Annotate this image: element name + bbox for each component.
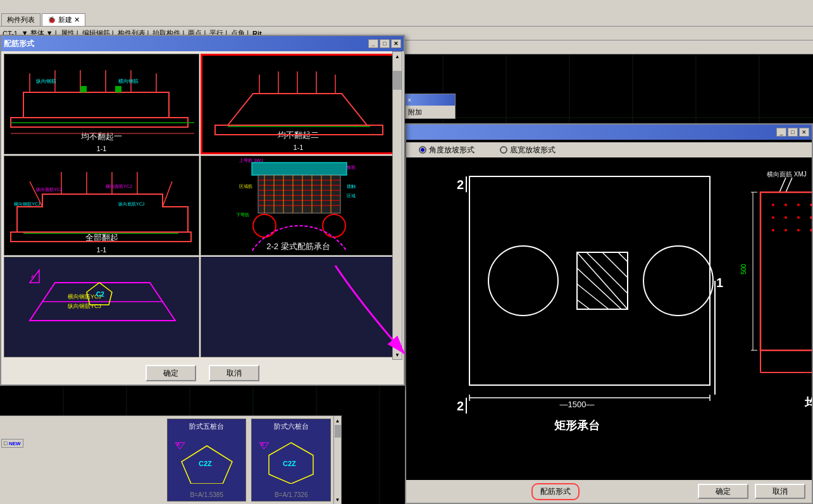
svg-text:矩形承台: 矩形承台 <box>554 419 600 432</box>
main-maximize-button[interactable]: □ <box>788 128 798 137</box>
svg-text:区域: 区域 <box>347 194 356 198</box>
cell2-drawing <box>202 56 392 151</box>
radio-width[interactable]: 底宽放坡形式 <box>500 145 555 156</box>
svg-line-91 <box>577 284 609 309</box>
main-dialog-titlebar: _ □ ✕ <box>406 125 812 140</box>
pile-scroll-up[interactable]: ▲ <box>334 416 341 425</box>
svg-point-116 <box>810 204 812 206</box>
peigjin-dialog: 配筋形式 _ □ ✕ <box>0 35 405 386</box>
svg-point-68 <box>323 214 345 237</box>
svg-text:横向钢筋YCJ: 横向钢筋YCJ <box>14 202 40 207</box>
main-ok-button[interactable]: 确定 <box>698 484 748 499</box>
tab-new[interactable]: 🐞 新建 ✕ <box>42 13 85 26</box>
peigjin-scrollbar[interactable]: ▲ ▼ <box>392 51 402 360</box>
svg-marker-29 <box>228 94 367 125</box>
svg-rect-25 <box>115 86 121 92</box>
scroll-up-button[interactable]: ▲ <box>393 52 402 61</box>
svg-rect-24 <box>80 86 87 92</box>
svg-text:2: 2 <box>457 178 464 192</box>
svg-rect-15 <box>23 92 169 118</box>
scroll-down-button[interactable]: ▼ <box>393 350 402 359</box>
svg-text:A: A <box>261 441 264 447</box>
peijin-form-button[interactable]: 配筋形式 <box>531 483 580 500</box>
scroll-thumb[interactable] <box>393 71 402 90</box>
svg-point-124 <box>810 216 812 219</box>
pile-scrollbar[interactable]: ▲ ▼ <box>333 416 341 504</box>
svg-point-123 <box>797 216 800 219</box>
pile-card-5-drawing: A C2Z <box>172 439 242 484</box>
svg-text:板筋: 板筋 <box>346 165 356 169</box>
cell-5[interactable]: 横向钢筋YCJ 纵向钢筋YCJ C2 A <box>4 257 199 357</box>
cad-main-content: 2 1 <box>406 157 812 455</box>
minimize-button[interactable]: _ <box>368 39 378 48</box>
svg-rect-51 <box>252 163 347 175</box>
radio-angle-circle[interactable] <box>419 146 426 154</box>
tab-bar: 构件列表 🐞 新建 ✕ <box>0 13 813 27</box>
cell-grid: 纵向钢筋 横向钢筋 均不翻起一 1-1 <box>4 54 396 357</box>
svg-text:横向面筋 XMJ: 横向面筋 XMJ <box>767 171 807 178</box>
svg-text:500: 500 <box>740 264 747 274</box>
svg-point-131 <box>797 229 800 231</box>
svg-line-92 <box>577 300 590 309</box>
pile-card-6-formula: B=A/1.7326 <box>275 491 308 498</box>
main-cancel-button[interactable]: 取消 <box>755 484 805 499</box>
cell3-drawing: 横向钢筋YCJ 纵向底筋YCJ 纵向面筋YCJ 横向面筋YCJ <box>4 156 194 251</box>
main-minimize-button[interactable]: _ <box>776 128 786 137</box>
svg-point-114 <box>785 204 787 206</box>
cell1-drawing: 纵向钢筋 横向钢筋 <box>4 54 194 149</box>
radio-angle-label: 角度放坡形式 <box>429 145 475 156</box>
radio-width-circle[interactable] <box>500 146 507 154</box>
pile-spacer <box>0 416 164 504</box>
fujia-titlebar: × <box>406 94 455 106</box>
peigjin-cancel-button[interactable]: 取消 <box>209 365 259 381</box>
main-close-button[interactable]: ✕ <box>799 128 809 137</box>
pile-card-5-formula: B=A/1.5385 <box>190 491 223 498</box>
cell-quanbu-fanqi[interactable]: 横向钢筋YCJ 纵向底筋YCJ 纵向面筋YCJ 横向面筋YCJ 全部翻起 1-1 <box>4 156 199 256</box>
svg-point-96 <box>643 246 713 316</box>
fujia-close[interactable]: × <box>407 96 411 104</box>
svg-point-122 <box>785 216 787 219</box>
bottom-panel: 阶式五桩台 A C2Z B=A/1.5385 阶式六桩台 A <box>0 415 342 504</box>
peigjin-titlebar: 配筋形式 _ □ ✕ <box>1 36 404 51</box>
fujia-body: 附加 <box>406 106 455 118</box>
svg-text:纵向底筋YCJ: 纵向底筋YCJ <box>118 202 144 206</box>
svg-point-69 <box>242 226 356 251</box>
svg-text:纵向面筋YCJ: 纵向面筋YCJ <box>36 187 62 192</box>
peigjin-title: 配筋形式 <box>4 39 367 49</box>
cell5-drawing: 横向钢筋YCJ 纵向钢筋YCJ C2 A <box>4 257 194 352</box>
cell-junbu-fanqi-2[interactable]: 均不翻起二 1-1 <box>201 54 396 154</box>
svg-text:纵向钢筋YCJ: 纵向钢筋YCJ <box>68 303 101 309</box>
svg-text:均不翻起二: 均不翻起二 <box>804 396 812 410</box>
peigjin-ok-button[interactable]: 确定 <box>146 365 196 381</box>
cell-liangshi[interactable]: 上弯筋 SWJ 板筋 接触 区域 区域筋 下弯筋 2-2 梁式配筋承台 <box>201 156 396 256</box>
svg-text:C2Z: C2Z <box>199 460 212 467</box>
svg-text:下弯筋: 下弯筋 <box>236 212 249 217</box>
pile-scroll-thumb[interactable] <box>335 425 341 438</box>
svg-text:C2: C2 <box>96 291 104 298</box>
svg-text:横向钢筋: 横向钢筋 <box>118 78 139 84</box>
radio-bar: 角度放坡形式 底宽放坡形式 <box>406 142 812 157</box>
svg-line-108 <box>779 178 786 192</box>
svg-line-109 <box>786 178 792 192</box>
cell-junbu-fanqi-1[interactable]: 纵向钢筋 横向钢筋 均不翻起一 1-1 <box>4 54 199 154</box>
pile-card-5-label: 阶式五桩台 <box>189 422 224 431</box>
radio-angle[interactable]: 角度放坡形式 <box>419 145 475 156</box>
pile-scroll-down[interactable]: ▼ <box>334 495 341 504</box>
svg-text:接触: 接触 <box>347 184 356 188</box>
fujia-label: 附加 <box>408 108 422 117</box>
pile-card-5[interactable]: 阶式五桩台 A C2Z B=A/1.5385 <box>167 419 247 501</box>
svg-text:A: A <box>31 274 35 280</box>
close-button[interactable]: ✕ <box>391 39 401 48</box>
peigjin-buttons: 确定 取消 <box>1 361 404 384</box>
svg-rect-52 <box>258 175 340 213</box>
svg-text:1: 1 <box>716 276 723 290</box>
svg-line-95 <box>618 252 628 262</box>
tab-component-list[interactable]: 构件列表 <box>1 13 40 26</box>
pile-card-6[interactable]: 阶式六桩台 A C2Z B=A/1.7326 <box>251 419 331 501</box>
maximize-button[interactable]: □ <box>380 39 390 48</box>
svg-line-94 <box>602 252 628 278</box>
cell-6[interactable] <box>201 257 396 357</box>
svg-text:纵向钢筋: 纵向钢筋 <box>36 78 56 84</box>
svg-rect-86 <box>469 176 710 385</box>
svg-point-113 <box>772 204 774 206</box>
